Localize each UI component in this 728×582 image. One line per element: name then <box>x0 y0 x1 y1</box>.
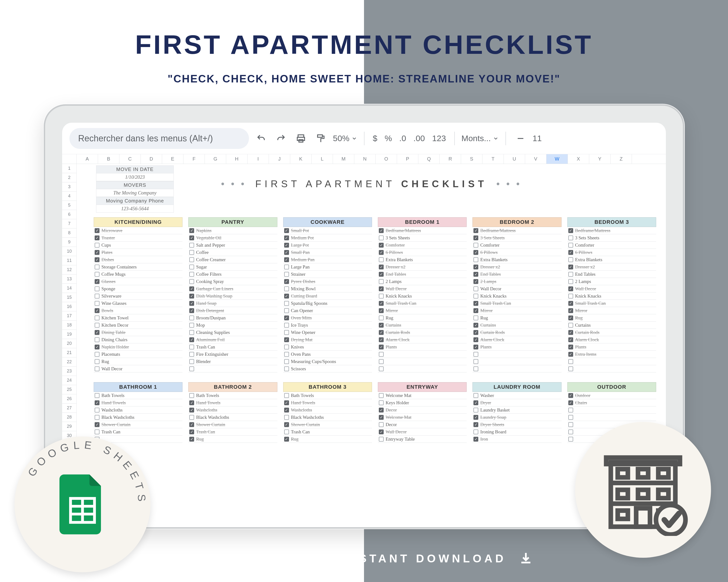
checkbox-icon[interactable] <box>189 359 194 364</box>
checkbox-icon[interactable]: ✓ <box>568 352 573 357</box>
checkbox-icon[interactable]: ✓ <box>473 308 478 313</box>
checkbox-icon[interactable]: ✓ <box>189 400 194 405</box>
checkbox-icon[interactable]: ✓ <box>473 344 478 350</box>
checkbox-icon[interactable] <box>189 352 194 357</box>
checklist-item[interactable]: Blender <box>188 358 277 365</box>
checkbox-icon[interactable]: ✓ <box>568 344 573 350</box>
checkbox-icon[interactable]: ✓ <box>473 330 478 335</box>
checklist-item[interactable]: ✓Toaster <box>94 234 182 242</box>
checklist-item[interactable]: ✓Curtains <box>472 322 561 329</box>
checkbox-icon[interactable] <box>189 257 194 262</box>
checkbox-icon[interactable] <box>284 286 289 291</box>
column-header-L[interactable]: L <box>312 154 333 164</box>
checkbox-icon[interactable] <box>189 279 194 284</box>
checkbox-icon[interactable] <box>379 422 384 427</box>
checklist-item[interactable] <box>567 365 656 372</box>
checkbox-icon[interactable]: ✓ <box>284 437 289 442</box>
checkbox-icon[interactable]: ✓ <box>473 323 478 328</box>
checklist-item[interactable]: ✓Cutting Board <box>283 293 372 300</box>
checklist-item[interactable]: ✓Curtain Rods <box>378 329 467 336</box>
checklist-item[interactable]: ✓Alarm Clock <box>472 336 561 343</box>
checkbox-icon[interactable] <box>473 408 478 413</box>
row-number[interactable]: 12 <box>62 265 76 275</box>
checkbox-icon[interactable] <box>95 301 100 306</box>
checklist-item[interactable]: ✓Oven Mitts <box>283 314 372 322</box>
checklist-item[interactable]: ✓Large Pot <box>283 242 372 249</box>
checkbox-icon[interactable] <box>95 415 100 420</box>
checklist-item[interactable] <box>567 358 656 365</box>
checklist-item[interactable]: ✓Hand Soap <box>188 300 277 307</box>
checklist-item[interactable]: Fire Extinguisher <box>188 351 277 358</box>
checklist-item[interactable]: ✓Aluminum Foil <box>188 336 277 343</box>
checkbox-icon[interactable]: ✓ <box>284 228 289 233</box>
checkbox-icon[interactable] <box>568 429 573 434</box>
checklist-item[interactable]: ✓Curtain Rods <box>567 329 656 336</box>
checklist-item[interactable]: Cleaning Supplies <box>188 329 277 336</box>
currency-button[interactable]: $ <box>371 134 379 143</box>
checkbox-icon[interactable]: ✓ <box>95 330 100 335</box>
checklist-item[interactable]: ✓6 Pillows <box>378 249 467 256</box>
checklist-item[interactable]: Ice Trays <box>283 322 372 329</box>
checklist-item[interactable]: ✓Alarm Clock <box>378 336 467 343</box>
checklist-item[interactable]: Placemats <box>94 351 182 358</box>
checklist-item[interactable]: ✓Chairs <box>567 399 656 407</box>
checkbox-icon[interactable] <box>189 330 194 335</box>
checkbox-icon[interactable]: ✓ <box>284 408 289 413</box>
row-number[interactable]: 6 <box>62 210 76 219</box>
checklist-item[interactable]: ✓Napkins <box>188 227 277 234</box>
zoom-dropdown[interactable]: 50% <box>333 134 357 143</box>
checklist-item[interactable]: ✓Shower Curtain <box>94 421 182 428</box>
checklist-item[interactable]: Trash Can <box>188 343 277 351</box>
checkbox-icon[interactable] <box>95 294 100 299</box>
checkbox-icon[interactable] <box>189 315 194 320</box>
column-header-M[interactable]: M <box>333 154 354 164</box>
checklist-item[interactable]: ✓Wall Decor <box>567 285 656 293</box>
checklist-item[interactable]: ✓Mirror <box>378 307 467 314</box>
checkbox-icon[interactable] <box>473 352 478 357</box>
checklist-item[interactable]: Scissors <box>283 365 372 372</box>
checklist-item[interactable]: Curtains <box>567 322 656 329</box>
checklist-item[interactable]: ✓Bedframe/Mattress <box>567 227 656 234</box>
checkbox-icon[interactable]: ✓ <box>379 323 384 328</box>
checklist-item[interactable]: Coffee Creamer <box>188 256 277 264</box>
checkbox-icon[interactable] <box>95 272 100 277</box>
checklist-item[interactable]: ✓Extra Items <box>567 351 656 358</box>
checklist-item[interactable]: ✓Hand Towels <box>94 399 182 407</box>
paint-format-button[interactable] <box>313 131 329 146</box>
checklist-item[interactable]: ✓Laundry Soap <box>472 414 561 421</box>
row-number[interactable]: 16 <box>62 302 76 311</box>
checkbox-icon[interactable] <box>284 352 289 357</box>
checklist-item[interactable]: ✓Glasses <box>94 278 182 285</box>
checklist-item[interactable]: ✓Rug <box>283 436 372 443</box>
checkbox-icon[interactable]: ✓ <box>568 330 573 335</box>
checkbox-icon[interactable]: ✓ <box>473 301 478 306</box>
checklist-item[interactable]: ✓Small Pot <box>283 227 372 234</box>
checklist-item[interactable]: ✓Garbage Can Liners <box>188 285 277 293</box>
checkbox-icon[interactable] <box>568 279 573 284</box>
checklist-item[interactable]: ✓Comforter <box>378 242 467 249</box>
row-number[interactable]: 13 <box>62 275 76 284</box>
checkbox-icon[interactable]: ✓ <box>568 337 573 342</box>
checkbox-icon[interactable]: ✓ <box>379 301 384 306</box>
checklist-item[interactable]: ✓Mirror <box>472 307 561 314</box>
row-number[interactable]: 26 <box>62 394 76 404</box>
checklist-item[interactable]: ✓Dresser x2 <box>472 264 561 271</box>
column-header-T[interactable]: T <box>483 154 504 164</box>
row-number[interactable]: 29 <box>62 422 76 431</box>
movers-value[interactable]: The Moving Company <box>96 189 174 197</box>
checklist-item[interactable]: ✓Microwave <box>94 227 182 234</box>
checkbox-icon[interactable]: ✓ <box>568 301 573 306</box>
checklist-item[interactable]: Trash Can <box>94 428 182 436</box>
checklist-item[interactable]: Comforter <box>567 242 656 249</box>
checkbox-icon[interactable]: ✓ <box>379 265 384 270</box>
checkbox-icon[interactable] <box>568 257 573 262</box>
checkbox-icon[interactable] <box>95 366 100 371</box>
checklist-item[interactable]: Wall Decor <box>94 365 182 372</box>
column-header-W[interactable]: W <box>546 154 568 164</box>
checklist-item[interactable]: ✓Hand Towels <box>283 399 372 407</box>
checklist-item[interactable]: Cups <box>94 242 182 249</box>
checkbox-icon[interactable]: ✓ <box>189 437 194 442</box>
checkbox-icon[interactable]: ✓ <box>95 344 100 350</box>
checkbox-icon[interactable]: ✓ <box>284 243 289 248</box>
checklist-item[interactable]: Sponge <box>94 285 182 293</box>
